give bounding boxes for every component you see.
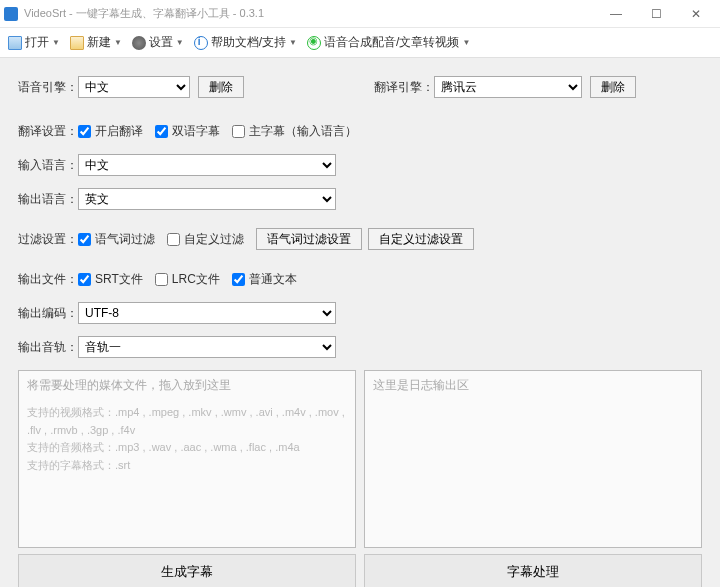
row-trans-settings: 翻译设置： 开启翻译 双语字幕 主字幕（输入语言） bbox=[18, 120, 702, 142]
select-output-lang[interactable]: 英文 bbox=[78, 188, 336, 210]
row-filter-settings: 过滤设置： 语气词过滤 自定义过滤 语气词过滤设置 自定义过滤设置 bbox=[18, 228, 702, 250]
log-output-pane: 这里是日志输出区 bbox=[364, 370, 702, 548]
tts-label: 语音合成配音/文章转视频 bbox=[324, 34, 459, 51]
check-modal-filter[interactable]: 语气词过滤 bbox=[78, 231, 155, 248]
select-voice-engine[interactable]: 中文 bbox=[78, 76, 190, 98]
minimize-button[interactable]: — bbox=[596, 0, 636, 28]
open-label: 打开 bbox=[25, 34, 49, 51]
info-icon bbox=[194, 36, 208, 50]
row-output-lang: 输出语言： 英文 bbox=[18, 188, 702, 210]
chevron-down-icon: ▼ bbox=[289, 38, 297, 47]
media-drop-pane[interactable]: 将需要处理的媒体文件，拖入放到这里 支持的视频格式：.mp4 , .mpeg ,… bbox=[18, 370, 356, 548]
label-output-track: 输出音轨： bbox=[18, 339, 78, 356]
folder-open-icon bbox=[8, 36, 22, 50]
maximize-button[interactable]: ☐ bbox=[636, 0, 676, 28]
select-input-lang[interactable]: 中文 bbox=[78, 154, 336, 176]
custom-filter-settings-button[interactable]: 自定义过滤设置 bbox=[368, 228, 474, 250]
select-output-encode[interactable]: UTF-8 bbox=[78, 302, 336, 324]
delete-trans-engine-button[interactable]: 删除 bbox=[590, 76, 636, 98]
new-label: 新建 bbox=[87, 34, 111, 51]
title-bar: VideoSrt - 一键字幕生成、字幕翻译小工具 - 0.3.1 — ☐ ✕ bbox=[0, 0, 720, 28]
gear-icon bbox=[132, 36, 146, 50]
main-content: 语音引擎： 中文 删除 翻译引擎： 腾讯云 删除 翻译设置： 开启翻译 双语字幕… bbox=[0, 58, 720, 587]
open-menu[interactable]: 打开 ▼ bbox=[8, 34, 60, 51]
select-trans-engine[interactable]: 腾讯云 bbox=[434, 76, 582, 98]
help-menu[interactable]: 帮助文档/支持 ▼ bbox=[194, 34, 297, 51]
subtitle-process-button[interactable]: 字幕处理 bbox=[364, 554, 702, 587]
check-lrc[interactable]: LRC文件 bbox=[155, 271, 220, 288]
row-output-encode: 输出编码： UTF-8 bbox=[18, 302, 702, 324]
select-output-track[interactable]: 音轨一 bbox=[78, 336, 336, 358]
generate-subtitle-button[interactable]: 生成字幕 bbox=[18, 554, 356, 587]
check-plain[interactable]: 普通文本 bbox=[232, 271, 297, 288]
label-output-file: 输出文件： bbox=[18, 271, 78, 288]
chevron-down-icon: ▼ bbox=[52, 38, 60, 47]
row-output-file: 输出文件： SRT文件 LRC文件 普通文本 bbox=[18, 268, 702, 290]
new-menu[interactable]: 新建 ▼ bbox=[70, 34, 122, 51]
check-bilingual[interactable]: 双语字幕 bbox=[155, 123, 220, 140]
drop-title: 将需要处理的媒体文件，拖入放到这里 bbox=[27, 377, 347, 394]
sound-icon bbox=[307, 36, 321, 50]
toolbar: 打开 ▼ 新建 ▼ 设置 ▼ 帮助文档/支持 ▼ 语音合成配音/文章转视频 ▼ bbox=[0, 28, 720, 58]
supported-video: 支持的视频格式：.mp4 , .mpeg , .mkv , .wmv , .av… bbox=[27, 404, 347, 439]
label-input-lang: 输入语言： bbox=[18, 157, 78, 174]
chevron-down-icon: ▼ bbox=[462, 38, 470, 47]
check-custom-filter[interactable]: 自定义过滤 bbox=[167, 231, 244, 248]
settings-label: 设置 bbox=[149, 34, 173, 51]
panes-container: 将需要处理的媒体文件，拖入放到这里 支持的视频格式：.mp4 , .mpeg ,… bbox=[18, 370, 702, 548]
row-input-lang: 输入语言： 中文 bbox=[18, 154, 702, 176]
log-title: 这里是日志输出区 bbox=[373, 377, 693, 394]
label-voice-engine: 语音引擎： bbox=[18, 79, 78, 96]
supported-audio: 支持的音频格式：.mp3 , .wav , .aac , .wma , .fla… bbox=[27, 439, 347, 457]
row-output-track: 输出音轨： 音轨一 bbox=[18, 336, 702, 358]
modal-filter-settings-button[interactable]: 语气词过滤设置 bbox=[256, 228, 362, 250]
supported-subtitle: 支持的字幕格式：.srt bbox=[27, 457, 347, 475]
settings-menu[interactable]: 设置 ▼ bbox=[132, 34, 184, 51]
check-enable-trans[interactable]: 开启翻译 bbox=[78, 123, 143, 140]
file-new-icon bbox=[70, 36, 84, 50]
window-title: VideoSrt - 一键字幕生成、字幕翻译小工具 - 0.3.1 bbox=[24, 6, 596, 21]
label-trans-settings: 翻译设置： bbox=[18, 123, 78, 140]
bottom-buttons: 生成字幕 字幕处理 bbox=[18, 554, 702, 587]
label-filter-settings: 过滤设置： bbox=[18, 231, 78, 248]
label-trans-engine: 翻译引擎： bbox=[374, 79, 434, 96]
app-icon bbox=[4, 7, 18, 21]
close-button[interactable]: ✕ bbox=[676, 0, 716, 28]
chevron-down-icon: ▼ bbox=[114, 38, 122, 47]
delete-voice-engine-button[interactable]: 删除 bbox=[198, 76, 244, 98]
check-srt[interactable]: SRT文件 bbox=[78, 271, 143, 288]
label-output-encode: 输出编码： bbox=[18, 305, 78, 322]
label-output-lang: 输出语言： bbox=[18, 191, 78, 208]
check-main-sub[interactable]: 主字幕（输入语言） bbox=[232, 123, 357, 140]
chevron-down-icon: ▼ bbox=[176, 38, 184, 47]
tts-menu[interactable]: 语音合成配音/文章转视频 ▼ bbox=[307, 34, 470, 51]
help-label: 帮助文档/支持 bbox=[211, 34, 286, 51]
row-voice-engine: 语音引擎： 中文 删除 翻译引擎： 腾讯云 删除 bbox=[18, 76, 702, 98]
